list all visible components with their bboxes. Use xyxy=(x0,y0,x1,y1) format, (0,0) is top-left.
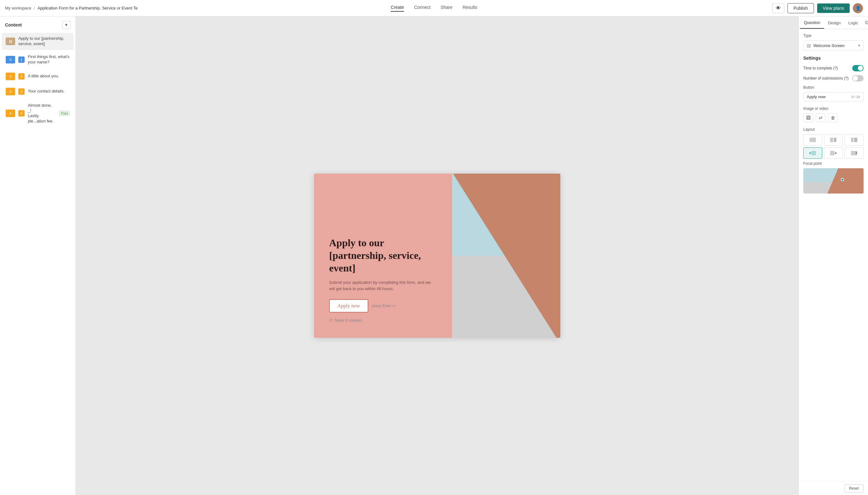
layout-grid xyxy=(803,134,864,159)
preview-description: Submit your application by completing th… xyxy=(329,279,437,292)
svg-rect-6 xyxy=(811,151,816,155)
brown-shape xyxy=(452,174,560,338)
q4-number: 4 xyxy=(18,110,24,117)
reset-row: Reset xyxy=(799,481,868,495)
heading-bold: Apply xyxy=(329,237,356,249)
main-layout: Content + ▤ Apply to our [partnership, s… xyxy=(0,16,868,495)
settings-label: Settings xyxy=(803,55,864,61)
svg-rect-2 xyxy=(834,138,836,142)
media-delete-icon[interactable]: 🗑 xyxy=(828,113,838,122)
header: My workspace / Application Form for a Pa… xyxy=(0,0,868,16)
type-label: Type xyxy=(803,33,864,38)
list-icon-q2: ≡ xyxy=(6,73,15,80)
svg-rect-3 xyxy=(851,138,853,142)
chevron-down-icon: ▾ xyxy=(858,43,860,48)
toggle-knob xyxy=(858,66,863,71)
main-nav: Create Connect Share Results xyxy=(391,5,477,12)
layout-option-2[interactable] xyxy=(824,134,843,146)
time-estimate: ⏱ Takes X minutes xyxy=(329,318,437,323)
right-panel: Question Design Logic ⚙ Type ▤ Welcome S… xyxy=(799,16,868,495)
preview-right xyxy=(452,174,560,338)
reset-button[interactable]: Reset xyxy=(844,484,864,493)
focal-background xyxy=(803,168,864,193)
layout-option-4[interactable] xyxy=(803,148,822,159)
list-icon-q3: ≡ xyxy=(6,88,15,95)
time-to-complete-row: Time to complete (?) xyxy=(803,65,864,71)
layout-option-5[interactable] xyxy=(824,148,843,159)
breadcrumb: My workspace / Application Form for a Pa… xyxy=(5,6,772,11)
preview-button[interactable]: 👁 xyxy=(772,3,784,13)
time-to-complete-toggle[interactable] xyxy=(852,65,864,71)
svg-rect-10 xyxy=(856,152,857,154)
settings-gear-icon[interactable]: ⚙ xyxy=(862,16,868,29)
clock-icon: ⏱ xyxy=(329,318,333,323)
tab-question[interactable]: Question xyxy=(800,16,824,29)
button-char-count: 9 / 24 xyxy=(851,95,860,99)
button-section-label: Button xyxy=(803,85,864,90)
num-submissions-row: Number of submissions (?) xyxy=(803,75,864,82)
nav-connect[interactable]: Connect xyxy=(414,5,431,12)
focal-point-label: Focal point xyxy=(803,161,864,166)
q1-text: First things first, what's your name? xyxy=(28,54,70,65)
svg-rect-8 xyxy=(835,152,836,154)
sidebar-item-q3[interactable]: ≡ 3 Your contact details. xyxy=(2,85,73,99)
media-settings-icon[interactable]: ⇄ xyxy=(816,113,825,122)
svg-rect-4 xyxy=(854,138,857,142)
tab-logic[interactable]: Logic xyxy=(845,17,862,29)
preview-background xyxy=(452,174,560,338)
layout-option-3[interactable] xyxy=(845,134,864,146)
breadcrumb-separator: / xyxy=(34,6,35,11)
sidebar-item-q4[interactable]: ≡ 4 Almost done, _!Lastly, ple...ation f… xyxy=(2,100,73,127)
q2-text: A little about you. xyxy=(28,73,70,79)
header-actions: 👁 Publish View plans 👤 xyxy=(772,3,863,13)
layout-label: Layout xyxy=(803,127,864,132)
tab-design[interactable]: Design xyxy=(824,17,844,29)
sidebar-header: Content + xyxy=(0,16,76,32)
svg-rect-7 xyxy=(830,151,835,155)
nav-share[interactable]: Share xyxy=(441,5,452,12)
welcome-icon: ▤ xyxy=(6,37,15,45)
enter-hint: press Enter ↵ xyxy=(372,304,396,308)
right-panel-content: Type ▤ Welcome Screen ▾ Settings Time to… xyxy=(799,29,868,481)
paid-icon: ≡ xyxy=(6,109,15,117)
workspace-link[interactable]: My workspace xyxy=(5,6,31,11)
type-dropdown[interactable]: ▤ Welcome Screen ▾ xyxy=(803,40,864,51)
image-video-label: Image or video xyxy=(803,106,864,111)
nav-create[interactable]: Create xyxy=(391,5,404,12)
apply-now-button[interactable]: Apply now xyxy=(329,299,368,312)
svg-rect-0 xyxy=(809,138,816,142)
sidebar-item-text: Apply to our [partnership, service, even… xyxy=(18,36,70,47)
publish-button[interactable]: Publish xyxy=(787,3,814,13)
type-value: Welcome Screen xyxy=(813,43,858,48)
q4-text: Almost done, _!Lastly, ple...ation fee. xyxy=(28,103,56,124)
q3-text: Your contact details. xyxy=(28,89,70,94)
sidebar-title: Content xyxy=(5,22,22,28)
preview-left: Apply to our [partnership, service, even… xyxy=(314,174,452,338)
sidebar: Content + ▤ Apply to our [partnership, s… xyxy=(0,16,76,495)
layout-option-1[interactable] xyxy=(803,134,822,146)
num-submissions-toggle[interactable] xyxy=(852,75,864,82)
sidebar-item-welcome[interactable]: ▤ Apply to our [partnership, service, ev… xyxy=(2,33,73,50)
sidebar-item-q1[interactable]: ≡ 1 First things first, what's your name… xyxy=(2,51,73,68)
right-panel-tabs: Question Design Logic ⚙ xyxy=(799,16,868,29)
view-plans-button[interactable]: View plans xyxy=(817,3,850,13)
media-row: 🖼 ⇄ 🗑 xyxy=(803,113,864,122)
button-text: Apply now xyxy=(807,95,851,99)
add-content-button[interactable]: + xyxy=(62,21,70,29)
time-label: Takes X minutes xyxy=(334,318,362,323)
paid-badge: Paid xyxy=(59,111,70,116)
sidebar-item-q2[interactable]: ≡ 2 A little about you. xyxy=(2,69,73,83)
short-text-icon: ≡ xyxy=(6,56,15,64)
focal-point-preview[interactable] xyxy=(803,168,864,193)
svg-rect-1 xyxy=(830,138,833,142)
time-to-complete-label: Time to complete (?) xyxy=(803,66,852,70)
q1-number: 1 xyxy=(18,56,24,63)
toggle-knob-2 xyxy=(853,76,858,81)
button-text-field[interactable]: Apply now 9 / 24 xyxy=(803,92,864,101)
form-title: Application Form for a Partnership, Serv… xyxy=(38,6,138,11)
nav-results[interactable]: Results xyxy=(463,5,477,12)
layout-option-6[interactable] xyxy=(845,148,864,159)
focal-point-dot[interactable] xyxy=(841,178,844,181)
image-upload-icon[interactable]: 🖼 xyxy=(803,113,813,122)
avatar[interactable]: 👤 xyxy=(853,3,863,13)
